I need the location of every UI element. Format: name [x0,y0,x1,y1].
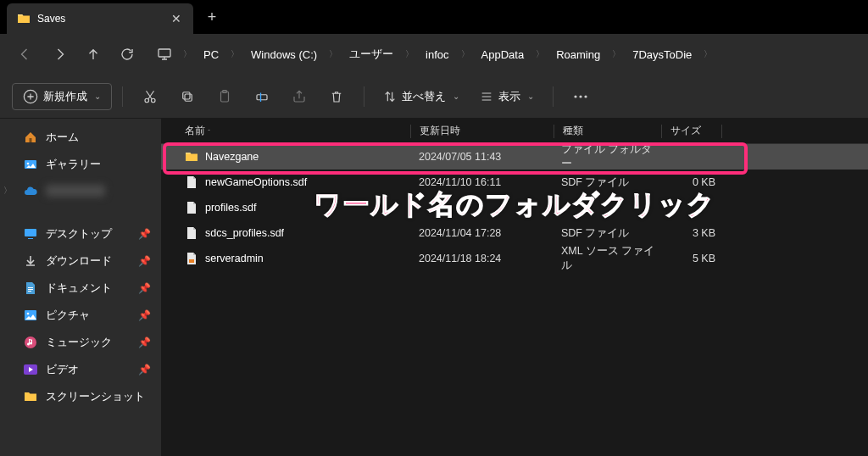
delete-button[interactable] [320,80,353,114]
sidebar-screenshots[interactable]: スクリーンショット [0,383,161,410]
sort-button[interactable]: 並べ替え ⌄ [375,80,468,114]
pin-icon: 📌 [138,228,151,240]
sidebar-desktop[interactable]: デスクトップ 📌 [0,220,161,247]
breadcrumb-drive[interactable]: Windows (C:) [246,45,322,64]
cut-button[interactable] [133,80,167,114]
back-button[interactable] [8,37,42,71]
pin-icon: 📌 [138,364,151,375]
sidebar-pictures-label: ピクチャ [46,308,90,323]
breadcrumb-appdata[interactable]: AppData [476,45,530,64]
xml-icon [185,252,198,265]
breadcrumb-user[interactable]: infoc [420,45,453,64]
sidebar: ホーム ギャラリー 〉 デスクトップ 📌 ダウンロード 📌 ドキュメント 📌 [0,119,161,456]
file-row[interactable]: serveradmin2024/11/18 18:24XML ソース ファイル5… [161,246,868,271]
folder-icon [17,12,31,25]
separator [122,86,123,107]
sidebar-videos[interactable]: ビデオ 📌 [0,356,161,383]
column-date[interactable]: 更新日時 [411,124,554,138]
tab-title: Saves [37,13,163,25]
new-button-label: 新規作成 [43,89,87,104]
file-icon [185,201,198,214]
annotation-text: ワールド名のフォルダクリック [314,186,715,224]
view-button[interactable]: 表示 ⌄ [471,80,542,114]
sidebar-music[interactable]: ミュージック 📌 [0,329,161,356]
chevron-right-icon: 〉 [458,48,473,60]
svg-point-17 [27,313,30,315]
file-type: ファイル フォルダー [553,142,659,171]
cloud-icon [24,184,37,197]
chevron-down-icon: ⌄ [453,92,459,101]
copy-button[interactable] [170,80,204,114]
sidebar-documents-label: ドキュメント [46,281,112,296]
svg-rect-4 [185,94,192,101]
chevron-right-icon: 〉 [326,48,341,60]
file-date: 2024/11/04 17:28 [410,227,553,239]
file-name: Navezgane [205,151,259,163]
breadcrumb[interactable]: 〉 PC 〉 Windows (C:) 〉 ユーザー 〉 infoc 〉 App… [153,43,860,65]
chevron-right-icon: 〉 [3,185,12,197]
pin-icon: 📌 [138,255,151,267]
refresh-button[interactable] [110,37,144,71]
file-row[interactable]: Navezgane2024/07/05 11:43ファイル フォルダー [161,144,868,170]
toolbar: 新規作成 ⌄ 並べ替え ⌄ 表示 ⌄ [0,75,868,119]
chevron-down-icon: ⌄ [94,92,101,101]
nav-bar: 〉 PC 〉 Windows (C:) 〉 ユーザー 〉 infoc 〉 App… [0,34,868,75]
new-tab-button[interactable]: + [198,3,225,31]
tab-saves[interactable]: Saves ✕ [7,3,193,34]
sidebar-videos-label: ビデオ [46,362,79,377]
view-icon [480,90,493,103]
rename-button[interactable] [245,80,279,114]
breadcrumb-users[interactable]: ユーザー [344,43,398,65]
sidebar-screenshots-label: スクリーンショット [46,389,145,404]
tab-strip: Saves ✕ + [0,0,868,34]
main-area: ホーム ギャラリー 〉 デスクトップ 📌 ダウンロード 📌 ドキュメント 📌 [0,119,868,456]
column-type[interactable]: 種類 [554,124,661,138]
svg-point-9 [574,95,576,97]
breadcrumb-pc[interactable]: PC [198,45,224,64]
new-button[interactable]: 新規作成 ⌄ [12,83,112,110]
sidebar-documents[interactable]: ドキュメント 📌 [0,275,161,302]
home-icon [24,131,37,144]
breadcrumb-roaming[interactable]: Roaming [551,45,605,64]
sidebar-downloads[interactable]: ダウンロード 📌 [0,247,161,275]
close-icon[interactable]: ✕ [170,12,183,25]
forward-button[interactable] [42,37,76,71]
pin-icon: 📌 [138,309,151,321]
svg-rect-5 [183,92,190,98]
folder-icon [24,390,37,403]
pc-icon[interactable] [153,45,176,64]
share-button[interactable] [282,80,316,114]
file-date: 2024/11/18 18:24 [410,253,553,264]
svg-rect-15 [25,229,36,236]
file-icon [185,175,198,189]
gallery-icon [24,158,37,171]
sidebar-pictures[interactable]: ピクチャ 📌 [0,302,161,329]
chevron-right-icon: 〉 [609,48,624,60]
file-icon [185,226,198,240]
breadcrumb-7dtd[interactable]: 7DaysToDie [627,45,697,64]
column-name[interactable]: 名前 ˆ [176,124,410,138]
more-button[interactable] [564,80,598,114]
video-icon [24,363,37,376]
file-list: 名前 ˆ 更新日時 種類 サイズ Navezgane2024/07/05 11:… [161,119,868,456]
file-name: newGameOptions.sdf [205,176,307,188]
sidebar-music-label: ミュージック [46,335,112,350]
file-name: sdcs_profiles.sdf [205,227,284,239]
plus-circle-icon [23,89,38,104]
sidebar-home[interactable]: ホーム [0,124,161,151]
chevron-down-icon: ⌄ [527,92,534,101]
svg-point-10 [579,95,581,97]
sidebar-onedrive[interactable]: 〉 [0,178,161,203]
sidebar-gallery[interactable]: ギャラリー [0,151,161,178]
sidebar-home-label: ホーム [46,130,79,145]
paste-button[interactable] [208,80,242,114]
separator [553,86,554,107]
up-button[interactable] [76,37,110,71]
file-name: serveradmin [205,253,264,264]
pin-icon: 📌 [138,282,151,294]
chevron-right-icon: 〉 [700,48,715,60]
file-date: 2024/07/05 11:43 [410,151,553,163]
file-row[interactable]: sdcs_profiles.sdf2024/11/04 17:28SDF ファイ… [161,220,868,246]
file-name: profiles.sdf [205,202,256,214]
column-size[interactable]: サイズ [662,124,721,138]
